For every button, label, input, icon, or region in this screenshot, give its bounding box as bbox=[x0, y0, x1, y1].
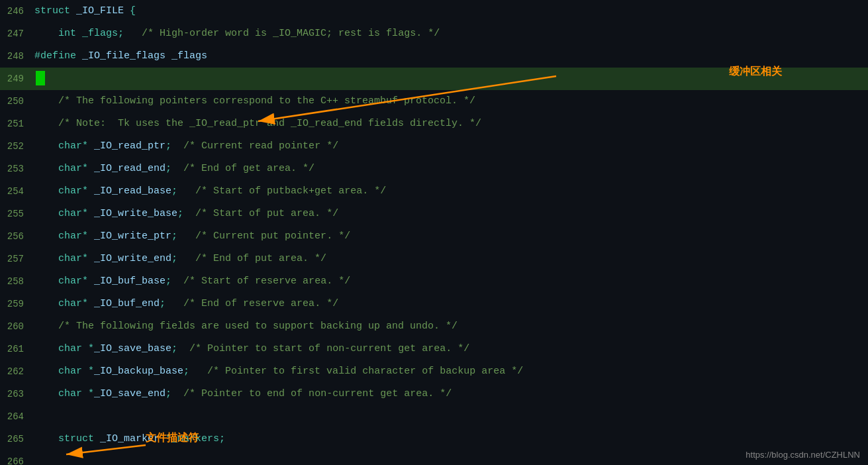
code-container: 246struct _IO_FILE {247 int _flags; /* H… bbox=[0, 0, 868, 465]
fileno-arrow bbox=[0, 0, 868, 465]
svg-line-3 bbox=[66, 445, 146, 454]
watermark: https://blog.csdn.net/CZHLNN bbox=[746, 450, 860, 460]
